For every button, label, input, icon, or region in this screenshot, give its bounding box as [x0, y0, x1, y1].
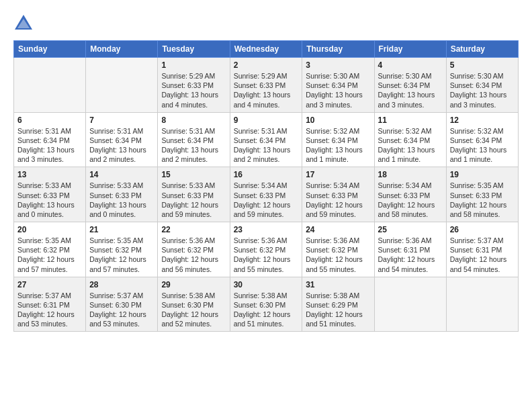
calendar-day-cell — [446, 277, 518, 332]
calendar-day-cell: 8Sunrise: 5:31 AMSunset: 6:34 PMDaylight… — [158, 112, 230, 167]
day-info: Sunrise: 5:31 AMSunset: 6:34 PMDaylight:… — [17, 126, 82, 165]
weekday-header: Saturday — [446, 41, 518, 58]
day-number: 5 — [450, 60, 515, 70]
calendar-day-cell: 9Sunrise: 5:31 AMSunset: 6:34 PMDaylight… — [230, 112, 302, 167]
day-info: Sunrise: 5:37 AMSunset: 6:31 PMDaylight:… — [450, 236, 515, 274]
day-number: 17 — [306, 170, 370, 179]
day-info: Sunrise: 5:36 AMSunset: 6:32 PMDaylight:… — [306, 236, 370, 274]
day-info: Sunrise: 5:38 AMSunset: 6:30 PMDaylight:… — [234, 291, 299, 329]
day-number: 18 — [378, 170, 443, 179]
calendar-day-cell: 13Sunrise: 5:33 AMSunset: 6:33 PMDayligh… — [14, 167, 86, 222]
day-number: 26 — [450, 225, 515, 234]
day-info: Sunrise: 5:34 AMSunset: 6:33 PMDaylight:… — [234, 181, 299, 219]
calendar-day-cell: 11Sunrise: 5:32 AMSunset: 6:34 PMDayligh… — [374, 112, 446, 167]
weekday-header: Wednesday — [230, 41, 302, 58]
day-info: Sunrise: 5:33 AMSunset: 6:33 PMDaylight:… — [161, 181, 226, 219]
day-info: Sunrise: 5:31 AMSunset: 6:34 PMDaylight:… — [234, 126, 299, 165]
day-number: 13 — [17, 170, 82, 179]
day-number: 28 — [89, 280, 154, 289]
day-info: Sunrise: 5:33 AMSunset: 6:33 PMDaylight:… — [17, 181, 82, 219]
day-number: 21 — [89, 225, 154, 234]
day-info: Sunrise: 5:35 AMSunset: 6:32 PMDaylight:… — [89, 236, 154, 274]
calendar-day-cell: 15Sunrise: 5:33 AMSunset: 6:33 PMDayligh… — [158, 167, 230, 222]
day-number: 25 — [378, 225, 443, 234]
day-number: 2 — [234, 60, 299, 70]
day-info: Sunrise: 5:30 AMSunset: 6:34 PMDaylight:… — [450, 71, 515, 109]
day-info: Sunrise: 5:30 AMSunset: 6:34 PMDaylight:… — [306, 71, 370, 109]
weekday-header: Monday — [86, 41, 158, 58]
calendar-day-cell: 4Sunrise: 5:30 AMSunset: 6:34 PMDaylight… — [374, 58, 446, 113]
calendar-day-cell — [374, 277, 446, 332]
day-info: Sunrise: 5:38 AMSunset: 6:29 PMDaylight:… — [306, 291, 370, 329]
calendar-day-cell: 2Sunrise: 5:29 AMSunset: 6:33 PMDaylight… — [230, 58, 302, 113]
day-number: 3 — [306, 60, 370, 70]
calendar-day-cell: 12Sunrise: 5:32 AMSunset: 6:34 PMDayligh… — [446, 112, 518, 167]
calendar-day-cell: 17Sunrise: 5:34 AMSunset: 6:33 PMDayligh… — [302, 167, 374, 222]
day-info: Sunrise: 5:32 AMSunset: 6:34 PMDaylight:… — [306, 126, 370, 165]
day-info: Sunrise: 5:37 AMSunset: 6:30 PMDaylight:… — [89, 291, 154, 329]
day-number: 27 — [17, 280, 82, 289]
day-info: Sunrise: 5:34 AMSunset: 6:33 PMDaylight:… — [306, 181, 370, 219]
logo — [13, 13, 36, 34]
calendar-day-cell: 24Sunrise: 5:36 AMSunset: 6:32 PMDayligh… — [302, 222, 374, 277]
day-number: 23 — [234, 225, 299, 234]
calendar-day-cell: 1Sunrise: 5:29 AMSunset: 6:33 PMDaylight… — [158, 58, 230, 113]
weekday-header: Sunday — [14, 41, 86, 58]
calendar-day-cell: 5Sunrise: 5:30 AMSunset: 6:34 PMDaylight… — [446, 58, 518, 113]
weekday-header-row: SundayMondayTuesdayWednesdayThursdayFrid… — [14, 41, 519, 58]
calendar-day-cell: 25Sunrise: 5:36 AMSunset: 6:31 PMDayligh… — [374, 222, 446, 277]
day-info: Sunrise: 5:36 AMSunset: 6:31 PMDaylight:… — [378, 236, 443, 274]
calendar-day-cell: 26Sunrise: 5:37 AMSunset: 6:31 PMDayligh… — [446, 222, 518, 277]
day-number: 6 — [17, 116, 82, 125]
calendar-day-cell: 28Sunrise: 5:37 AMSunset: 6:30 PMDayligh… — [86, 277, 158, 332]
calendar-day-cell: 18Sunrise: 5:34 AMSunset: 6:33 PMDayligh… — [374, 167, 446, 222]
day-info: Sunrise: 5:36 AMSunset: 6:32 PMDaylight:… — [161, 236, 226, 274]
day-info: Sunrise: 5:33 AMSunset: 6:33 PMDaylight:… — [89, 181, 154, 219]
calendar-table: SundayMondayTuesdayWednesdayThursdayFrid… — [13, 40, 519, 332]
day-number: 11 — [378, 116, 443, 125]
day-info: Sunrise: 5:36 AMSunset: 6:32 PMDaylight:… — [234, 236, 299, 274]
day-number: 19 — [450, 170, 515, 179]
day-number: 9 — [234, 116, 299, 125]
day-number: 8 — [161, 116, 226, 125]
calendar-week-row: 27Sunrise: 5:37 AMSunset: 6:31 PMDayligh… — [14, 277, 519, 332]
calendar-day-cell: 10Sunrise: 5:32 AMSunset: 6:34 PMDayligh… — [302, 112, 374, 167]
calendar-day-cell — [14, 58, 86, 113]
day-number: 10 — [306, 116, 370, 125]
day-number: 1 — [161, 60, 226, 70]
calendar-week-row: 1Sunrise: 5:29 AMSunset: 6:33 PMDaylight… — [14, 58, 519, 113]
page-header — [13, 13, 519, 34]
calendar-week-row: 20Sunrise: 5:35 AMSunset: 6:32 PMDayligh… — [14, 222, 519, 277]
day-info: Sunrise: 5:32 AMSunset: 6:34 PMDaylight:… — [450, 126, 515, 165]
day-info: Sunrise: 5:32 AMSunset: 6:34 PMDaylight:… — [378, 126, 443, 165]
weekday-header: Thursday — [302, 41, 374, 58]
calendar-day-cell: 3Sunrise: 5:30 AMSunset: 6:34 PMDaylight… — [302, 58, 374, 113]
day-number: 15 — [161, 170, 226, 179]
day-number: 4 — [378, 60, 443, 70]
day-info: Sunrise: 5:30 AMSunset: 6:34 PMDaylight:… — [378, 71, 443, 109]
calendar-day-cell: 29Sunrise: 5:38 AMSunset: 6:30 PMDayligh… — [158, 277, 230, 332]
calendar-day-cell: 21Sunrise: 5:35 AMSunset: 6:32 PMDayligh… — [86, 222, 158, 277]
logo-icon — [13, 13, 34, 34]
day-info: Sunrise: 5:38 AMSunset: 6:30 PMDaylight:… — [161, 291, 226, 329]
day-number: 30 — [234, 280, 299, 289]
calendar-day-cell: 23Sunrise: 5:36 AMSunset: 6:32 PMDayligh… — [230, 222, 302, 277]
day-number: 12 — [450, 116, 515, 125]
day-info: Sunrise: 5:29 AMSunset: 6:33 PMDaylight:… — [161, 71, 226, 109]
day-info: Sunrise: 5:31 AMSunset: 6:34 PMDaylight:… — [89, 126, 154, 165]
calendar-day-cell: 19Sunrise: 5:35 AMSunset: 6:33 PMDayligh… — [446, 167, 518, 222]
day-number: 22 — [161, 225, 226, 234]
day-info: Sunrise: 5:31 AMSunset: 6:34 PMDaylight:… — [161, 126, 226, 165]
day-info: Sunrise: 5:34 AMSunset: 6:33 PMDaylight:… — [378, 181, 443, 219]
calendar-day-cell: 20Sunrise: 5:35 AMSunset: 6:32 PMDayligh… — [14, 222, 86, 277]
day-number: 16 — [234, 170, 299, 179]
calendar-day-cell — [86, 58, 158, 113]
day-number: 7 — [89, 116, 154, 125]
calendar-day-cell: 7Sunrise: 5:31 AMSunset: 6:34 PMDaylight… — [86, 112, 158, 167]
day-number: 31 — [306, 280, 370, 289]
day-info: Sunrise: 5:37 AMSunset: 6:31 PMDaylight:… — [17, 291, 82, 329]
calendar-day-cell: 22Sunrise: 5:36 AMSunset: 6:32 PMDayligh… — [158, 222, 230, 277]
day-number: 20 — [17, 225, 82, 234]
calendar-week-row: 13Sunrise: 5:33 AMSunset: 6:33 PMDayligh… — [14, 167, 519, 222]
day-number: 14 — [89, 170, 154, 179]
